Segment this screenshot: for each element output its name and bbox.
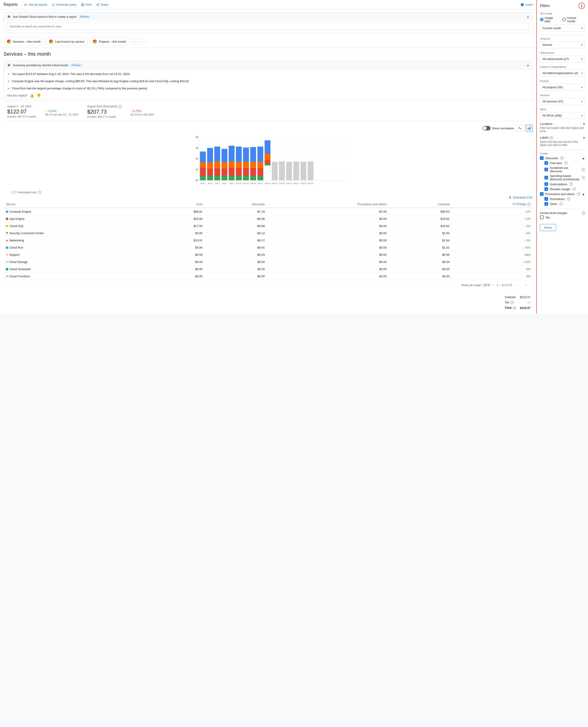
stat-change-1: ↓ -4.09% [45,109,78,113]
spending-based-help-icon[interactable]: ? [582,176,585,179]
gemini-collapse-icon[interactable]: ▲ [526,15,529,18]
cell-service-4: Networking [4,237,156,244]
filter-credits-label: Credits [540,152,585,155]
promotions-others-help-icon[interactable]: ? [577,192,580,195]
svg-text:$6: $6 [196,147,198,149]
cb-subscriptions[interactable]: Subscriptions ? [544,182,585,186]
toggle-switch[interactable] [483,126,490,130]
tab-projects-this-month[interactable]: Projects – this month [89,38,129,46]
trend-icon-2: ↗ [7,79,9,84]
sustained-use-help-icon[interactable]: ? [582,168,585,171]
services-select[interactable]: All services (47) [540,98,585,105]
promotions-help-icon[interactable]: ? [567,198,570,201]
share-link[interactable]: Share [96,3,108,6]
invoice-month-radio[interactable]: Invoice month [562,16,585,23]
filter-locations-header[interactable]: Locations ▾ [540,122,585,125]
change-help-icon[interactable]: ? [527,203,530,206]
tab-arrow-next[interactable]: › [131,38,138,45]
cell-promotions-0: -$1.00 [267,208,389,215]
svg-text:Aug 11: Aug 11 [236,182,242,184]
reseller-margin-help-icon[interactable]: ? [572,187,576,191]
labels-help-icon[interactable]: ? [550,136,553,140]
usage-date-radio[interactable]: Usage date [540,16,559,23]
free-tiers-help-icon[interactable]: ? [564,162,568,165]
cell-service-5: Cloud Run [4,244,156,251]
other-help-icon[interactable]: ? [560,202,563,205]
group-by-select[interactable]: Service Project SKU [540,41,585,48]
next-page-btn[interactable]: › [523,282,529,288]
cb-discounts[interactable]: Discounts ? ▲ [540,156,585,160]
cell-cost-0: $88.81 [156,208,205,215]
line-chart-icon [518,126,522,130]
cumulative-toggle[interactable]: Show cumulative [483,126,514,130]
cell-change-6: New [452,251,533,258]
svg-rect-72 [265,164,270,165]
tab-last-invoice[interactable]: Last invoice by service [46,38,88,46]
projects-select-wrapper: All projects (55) [540,84,585,91]
cell-change-1: ↑ 1% [452,215,533,223]
cb-promotions[interactable]: Promotions ? [544,197,585,201]
discounts-collapse-icon[interactable]: ▲ [582,157,585,160]
rows-per-page-select[interactable]: 10 25 50 [483,283,490,287]
cb-free-tiers[interactable]: Free tiers ? [544,161,585,165]
stat-change-sub-1: -$5.21 over July 13 – 31, 2024 [45,113,78,116]
invoice-level-help-icon[interactable]: ? [582,211,585,215]
svg-rect-78 [286,162,292,180]
cell-subtotal-1: $18.62 [389,215,452,223]
download-csv-btn[interactable]: Download CSV [508,196,533,199]
subaccounts-select[interactable]: All subaccounts (27) [540,56,585,62]
promotions-collapse-icon[interactable]: ▲ [582,192,585,196]
cb-tax[interactable]: Tax [540,215,585,219]
generate-query-link[interactable]: Generate query [52,3,77,6]
cb-other[interactable]: Other ? [544,202,585,206]
tab-arrow-extra[interactable]: ⋯ [139,38,145,45]
reset-button[interactable]: Reset [540,224,556,231]
svg-rect-82 [300,162,306,180]
top-nav: Reports See all reports Generate query P… [0,0,537,9]
cell-subtotal-5: $1.02 [389,244,452,251]
thumbs-up-btn[interactable]: 👍 [29,94,34,98]
cb-reseller-margin[interactable]: Reseller margin ? [544,187,585,191]
folders-select-wrapper: All folders/organizations (28) [540,69,585,77]
cost-table: Service Cost Discounts Promotions and ot… [4,201,533,280]
forecasted-cost-help-icon[interactable]: ? [38,191,41,194]
stat-change-block-2: ↑ 0.75% $1.54 over July 2024 [131,105,154,118]
thumbs-down-btn[interactable]: 👎 [36,94,41,98]
line-chart-btn[interactable] [516,125,523,132]
gcp-icon-3 [93,40,97,44]
svg-rect-57 [243,176,249,180]
cb-spending-based[interactable]: Spending based discounts (contractual) ? [544,174,585,181]
learn-button[interactable]: Learn [521,3,533,6]
tab-services-this-month[interactable]: Services – this month [4,38,44,46]
subscriptions-help-icon[interactable]: ? [570,183,573,186]
bar-chart-btn[interactable] [526,125,533,132]
subaccounts-select-wrapper: All subaccounts (27) [540,56,585,62]
toggle-thumb [483,126,487,130]
discounts-help-icon[interactable]: ? [561,157,564,160]
forecasted-help-icon[interactable]: ? [119,105,122,108]
current-month-select[interactable]: Current month Last month Last 3 months [540,25,585,32]
svg-rect-32 [207,176,213,180]
filter-labels-header[interactable]: Labels ? ▾ [540,136,585,140]
summary-collapse-icon[interactable]: ▲ [526,64,529,67]
gemini-input[interactable] [7,23,529,30]
print-link[interactable]: Print [81,3,91,6]
cell-service-8: Cloud Scheduler [4,266,156,273]
cb-sustained-use[interactable]: Sustained use discounts ? [544,166,585,173]
stat-period-1: August 1 – 19, 2024 [7,105,36,108]
svg-rect-46 [229,168,234,176]
cb-promotions-others[interactable]: Promotions and others ? ▲ [540,192,585,196]
svg-text:$8: $8 [196,136,198,139]
filter-locations-desc: Filter by location data like region and … [540,126,585,133]
filters-collapse-btn[interactable]: ❯ [579,3,585,9]
prev-page-btn[interactable]: ‹ [515,282,521,288]
see-all-reports-link[interactable]: See all reports [24,3,47,6]
svg-rect-41 [222,169,227,176]
folders-select[interactable]: All folders/organizations (28) [540,69,585,77]
projects-select[interactable]: All projects (55) [540,84,585,91]
skus-select[interactable]: All SKUs (408) [540,112,585,119]
cell-service-3: Security Command Center [4,230,156,237]
total-help-icon[interactable]: ? [513,307,516,310]
group-by-select-wrapper: Service Project SKU [540,41,585,48]
tax-help-icon[interactable]: ? [510,301,514,304]
